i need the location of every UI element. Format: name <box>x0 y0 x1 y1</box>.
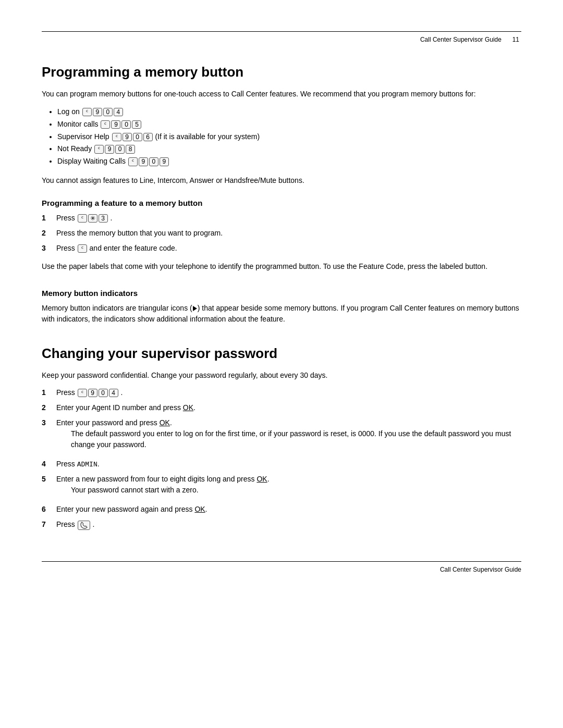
bullet-logon-text: Log on <box>57 107 82 116</box>
pwd-step-1-num: 1 <box>42 387 56 398</box>
subsection2-title: Memory button indicators <box>42 289 521 298</box>
pwd-step-5-content: Enter a new password from four to eight … <box>56 474 521 500</box>
pwd-step-7-num: 7 <box>42 519 56 530</box>
key-0: 0 <box>103 108 113 116</box>
step-1: 1 Press ᶜ ✳ 3 . <box>42 213 521 224</box>
key-c: ᶜ <box>82 108 92 116</box>
key-0: 0 <box>149 157 158 166</box>
pwd-step-7-text: Press <box>56 520 77 528</box>
ok-underline-2: OK <box>183 403 193 412</box>
keys-waiting: ᶜ 9 0 9 <box>128 157 169 166</box>
keys-monitor: ᶜ 9 0 5 <box>100 120 142 129</box>
key-8: 8 <box>126 145 135 153</box>
step-3-content: Press ᶜ and enter the feature code. <box>56 243 521 254</box>
key-c: ᶜ <box>128 157 138 166</box>
key-0: 0 <box>115 145 125 153</box>
key-4: 4 <box>109 389 118 397</box>
key-c: ᶜ <box>78 244 87 253</box>
pwd-step-1-suffix: . <box>121 388 123 397</box>
pwd-step-7-content: Press . <box>56 519 521 530</box>
pwd-step-2: 2 Enter your Agent ID number and press O… <box>42 402 521 413</box>
list-item-not-ready: Not Ready ᶜ 9 0 8 <box>57 143 521 155</box>
bullet-supervisor-text: Supervisor Help <box>57 132 112 141</box>
key-c: ᶜ <box>101 120 110 129</box>
section1-bullet-list: Log on ᶜ 9 0 4 Monitor calls ᶜ 9 0 5 <box>57 106 521 168</box>
pwd-step-2-num: 2 <box>42 402 56 413</box>
pwd-step-7: 7 Press . <box>42 519 521 530</box>
section1-title: Programming a memory button <box>42 64 521 80</box>
pwd-step-4: 4 Press ADMIN. <box>42 459 521 470</box>
pwd-step-2-text: Enter your Agent ID number and press OK. <box>56 403 195 412</box>
pwd-step-2-content: Enter your Agent ID number and press OK. <box>56 402 521 413</box>
subsection1-closing: Use the paper labels that come with your… <box>42 261 521 272</box>
pwd-step-3: 3 Enter your password and press OK. The … <box>42 417 521 454</box>
keys-pwd-step1: ᶜ 9 0 4 <box>77 389 119 397</box>
step-1-suffix: . <box>111 214 113 222</box>
subsection-programming-feature: Programming a feature to a memory button… <box>42 199 521 272</box>
section-password: Changing your supervisor password Keep y… <box>42 346 521 530</box>
key-9: 9 <box>139 157 148 166</box>
pwd-step-1-content: Press ᶜ 9 0 4 . <box>56 387 521 398</box>
section2-intro: Keep your password confidential. Change … <box>42 370 521 381</box>
pwd-step-7-suffix: . <box>93 520 95 528</box>
bullet-monitor-text: Monitor calls <box>57 120 100 128</box>
header-text: Call Center Supervisor Guide <box>420 36 501 43</box>
step-3: 3 Press ᶜ and enter the feature code. <box>42 243 521 254</box>
key-c: ᶜ <box>112 133 121 141</box>
key-0: 0 <box>99 389 108 397</box>
phone-key <box>78 521 90 530</box>
keys-step1: ᶜ ✳ 3 <box>77 214 108 223</box>
pwd-step-1: 1 Press ᶜ 9 0 4 . <box>42 387 521 398</box>
keys-logon: ᶜ 9 0 4 <box>82 108 124 116</box>
key-0: 0 <box>133 133 142 141</box>
step-1-content: Press ᶜ ✳ 3 . <box>56 213 521 224</box>
subsection2-body: Memory button indicators are triangular … <box>42 303 521 325</box>
step-2-num: 2 <box>42 228 56 239</box>
ok-underline-5: OK <box>256 475 267 483</box>
step-3-num: 3 <box>42 243 56 254</box>
admin-monospace: ADMIN <box>77 461 97 468</box>
header-rule <box>42 31 521 32</box>
key-4: 4 <box>114 108 123 116</box>
keys-step3: ᶜ <box>77 244 88 253</box>
list-item-display-waiting: Display Waiting Calls ᶜ 9 0 9 <box>57 155 521 168</box>
section1-note: You cannot assign features to Line, Inte… <box>42 175 521 186</box>
pwd-step-4-content: Press ADMIN. <box>56 459 521 470</box>
pwd-step-5-extra: Your password cannot start with a zero. <box>71 485 521 496</box>
key-9: 9 <box>160 157 169 166</box>
step-1-num: 1 <box>42 213 56 224</box>
keys-notready: ᶜ 9 0 8 <box>94 145 136 153</box>
step-2-content: Press the memory button that you want to… <box>56 228 521 239</box>
bullet-supervisor-suffix: (If it is available for your system) <box>155 132 260 141</box>
key-c: ᶜ <box>78 214 87 223</box>
pwd-step-5-num: 5 <box>42 474 56 485</box>
step-1-text: Press <box>56 214 77 222</box>
pwd-step-6: 6 Enter your new password again and pres… <box>42 504 521 515</box>
step-3-suffix: and enter the feature code. <box>90 244 177 252</box>
pwd-step-6-content: Enter your new password again and press … <box>56 504 521 515</box>
section1-intro: You can program memory buttons for one-t… <box>42 89 521 100</box>
pwd-step-5-main: Enter a new password from four to eight … <box>56 474 521 485</box>
programming-steps: 1 Press ᶜ ✳ 3 . 2 Press t <box>42 213 521 254</box>
bullet-waiting-text: Display Waiting Calls <box>57 157 128 165</box>
key-9: 9 <box>88 389 97 397</box>
list-item-monitor: Monitor calls ᶜ 9 0 5 <box>57 118 521 131</box>
key-5: 5 <box>132 120 141 129</box>
list-item-supervisor-help: Supervisor Help ᶜ 9 0 6 (If it is availa… <box>57 131 521 143</box>
header: Call Center Supervisor Guide 11 <box>42 36 521 43</box>
list-item-logon: Log on ᶜ 9 0 4 <box>57 106 521 118</box>
section-programming: Programming a memory button You can prog… <box>42 64 521 325</box>
ok-underline-6: OK <box>194 505 205 513</box>
key-c: ᶜ <box>94 145 104 153</box>
ok-underline-3: OK <box>160 418 170 427</box>
section2-title: Changing your supervisor password <box>42 346 521 362</box>
password-steps: 1 Press ᶜ 9 0 4 . 2 Enter your Agent ID … <box>42 387 521 530</box>
footer-rule <box>42 561 521 562</box>
subsection-memory-indicators: Memory button indicators Memory button i… <box>42 289 521 325</box>
header-page-number: 11 <box>512 36 519 43</box>
footer-text: Call Center Supervisor Guide <box>440 566 521 573</box>
step-3-text: Press <box>56 244 77 252</box>
key-9: 9 <box>111 120 120 129</box>
step-2-text: Press the memory button that you want to… <box>56 229 223 237</box>
key-3: 3 <box>99 214 108 223</box>
